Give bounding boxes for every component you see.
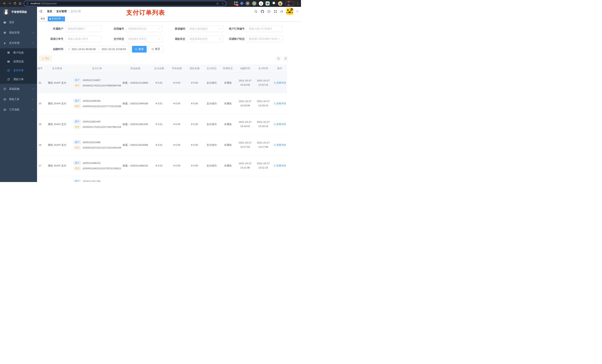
cell-status: 支付成功 (204, 114, 220, 135)
callback-status-select[interactable]: 请选择订单回调商户状态 (246, 36, 283, 42)
filter-label: 创建时间 (40, 48, 65, 51)
active-dot (49, 18, 51, 20)
extension-chat-icon[interactable] (266, 1, 269, 5)
sidebar-logo[interactable]: 芋道管理系统 (0, 7, 37, 17)
pay-status-select[interactable]: 请选择支付状态 (126, 36, 162, 42)
sidebar-collapse-button[interactable] (39, 10, 43, 13)
merchant-select-input[interactable]: 请选择所属商户 (65, 26, 101, 32)
filter-row-3: 创建时间 2021-10-01 00:00:00 - 2021-10-31 23… (40, 46, 298, 52)
orders-table-wrap: 编号 支付渠道 支付订单 商品标题 支付金额 手续金额 退款金额 支付状态 回调… (37, 64, 298, 182)
pay-tag: 支付 (74, 125, 81, 129)
filter-label: 渠道订单号 (40, 37, 65, 41)
bookmark-star-icon[interactable]: ☆ (221, 2, 224, 5)
extension-gem-icon[interactable] (240, 2, 243, 5)
table-row: 18 微信 JSAPI 支付 商户 1635311823086 支付 42000… (37, 135, 287, 155)
sidebar-item-infrastructure[interactable]: 基础设施 (0, 84, 37, 94)
chevron-down-icon (32, 108, 34, 111)
view-detail-link[interactable]: 查看详情 (274, 81, 286, 84)
view-detail-link[interactable]: 查看详情 (274, 123, 286, 126)
cell-id: 18 (37, 135, 45, 155)
chevron-down-icon (158, 38, 160, 41)
url-text: localhost:1024/pay/order (31, 2, 57, 5)
browser-reload-button[interactable] (12, 1, 17, 6)
browser-home-button[interactable] (17, 1, 22, 6)
channel-code-select[interactable]: 请输入渠道编码 (187, 26, 223, 32)
tab-home[interactable]: 首页 (39, 16, 47, 21)
sidebar-item-pay-order[interactable]: ¥ 支付订单 (0, 66, 37, 75)
tags-view-bar: 首页 支付订单 × (37, 16, 301, 22)
col-header-order: 支付订单 (69, 64, 120, 73)
date-start: 2021-10-01 00:00:00 (72, 48, 96, 51)
merchant-tag: 商户 (74, 99, 81, 103)
sidebar-item-app-info[interactable]: 应用信息 (0, 57, 37, 66)
share-icon[interactable] (216, 2, 219, 5)
col-header-id: 编号 (37, 64, 45, 73)
cell-channel: 微信 JSAPI 支付 (45, 155, 69, 176)
sidebar-item-system[interactable]: 系统管理 (0, 28, 37, 38)
export-button[interactable]: 导出 (40, 56, 52, 61)
cell-channel: 微信 JSAPI 支付 (45, 114, 69, 135)
channel-order-no-input[interactable]: 请输入渠道订单号 (65, 36, 101, 42)
fullscreen-icon[interactable] (274, 10, 277, 13)
chevron-down-icon (158, 27, 160, 30)
browser-update-button[interactable]: 更新 (285, 1, 294, 6)
extension-y-icon[interactable]: y (259, 1, 263, 6)
avatar-caret-icon[interactable]: ▼ (296, 10, 298, 12)
github-icon[interactable] (261, 10, 264, 13)
font-size-icon[interactable]: TT (280, 10, 283, 13)
extension-command-icon[interactable]: ⌘ (246, 1, 250, 6)
cell-order: 商户 1635311468233 支付 42000011942021102767… (69, 155, 120, 176)
search-icon[interactable] (254, 10, 258, 13)
browser-profile-avatar[interactable] (278, 1, 282, 6)
search-button[interactable]: 搜索 (132, 46, 147, 52)
refund-status-select[interactable]: 请选择退款状态 (187, 36, 223, 42)
app-id-select[interactable]: 请选择应用信息 (126, 26, 162, 32)
sidebar-item-dev-tools[interactable]: 研发工具 (0, 94, 37, 104)
cell-amount: ¥ 0.01 (150, 155, 168, 176)
cell-notify: 未通知 (220, 93, 236, 114)
extension-workona-icon[interactable]: 10 (234, 1, 238, 6)
user-avatar[interactable] (286, 8, 293, 15)
cell-notify: 未通知 (220, 73, 236, 93)
sidebar-item-workflow[interactable]: 工作流程 (0, 104, 37, 115)
browser-menu-icon[interactable] (296, 2, 299, 5)
reload-icon (13, 2, 16, 5)
breadcrumb-home[interactable]: 首页 (47, 10, 52, 13)
help-icon[interactable] (267, 10, 271, 13)
tab-close-icon[interactable]: × (62, 18, 63, 20)
search-icon (274, 82, 276, 84)
view-detail-link[interactable]: 查看详情 (274, 143, 286, 147)
browser-forward-button[interactable] (7, 1, 12, 6)
refresh-table-button[interactable] (283, 56, 288, 61)
sidebar-item-merchant-info[interactable]: 商户信息 (0, 48, 37, 57)
cell-notify: 未通知 (220, 135, 236, 155)
breadcrumb-payment[interactable]: 支付管理 (56, 10, 67, 13)
cell-actions: 查看详情 (272, 155, 287, 176)
cell-created: 2021-10-2713:18:02 (236, 114, 254, 135)
site-info-icon[interactable] (26, 2, 29, 5)
merchant-order-no-input[interactable]: 请输入商户订单编号 (246, 26, 283, 32)
filter-label: 退款状态 (162, 37, 187, 41)
cell-id: 17 (37, 155, 45, 176)
page-content: 所属商户 请选择所属商户 应用编号 请选择应用信息 渠道编码 请输入渠道编码 商… (37, 22, 301, 182)
address-bar[interactable]: localhost:1024/pay/order ☆ (24, 1, 226, 6)
show-search-button[interactable] (276, 56, 281, 61)
view-detail-link[interactable]: 查看详情 (274, 164, 286, 167)
table-toolbar: 导出 (40, 56, 298, 61)
refresh-icon (284, 57, 287, 60)
search-icon (277, 57, 280, 60)
cell-actions: 查看详情 (272, 93, 287, 114)
browser-back-button[interactable] (2, 1, 7, 6)
cell-fee: ¥ 0.00 (168, 93, 186, 114)
sidebar-item-payment[interactable]: ¥ 支付管理 (0, 38, 37, 48)
extension-recorder-icon[interactable] (252, 1, 256, 6)
sidebar-item-home[interactable]: 首页 (0, 17, 37, 28)
cell-channel: 微信 JSAPI 支付 (45, 93, 69, 114)
logo-rabbit-image (3, 9, 9, 15)
reset-button[interactable]: 重置 (149, 46, 163, 52)
tab-pay-order[interactable]: 支付订单 × (48, 16, 65, 21)
view-detail-link[interactable]: 查看详情 (274, 102, 286, 105)
sidebar-item-refund-order[interactable]: 退款订单 (0, 75, 37, 84)
create-time-range-picker[interactable]: 2021-10-01 00:00:00 - 2021-10-31 23:59:5… (65, 46, 130, 52)
extensions-puzzle-icon[interactable] (272, 1, 276, 6)
